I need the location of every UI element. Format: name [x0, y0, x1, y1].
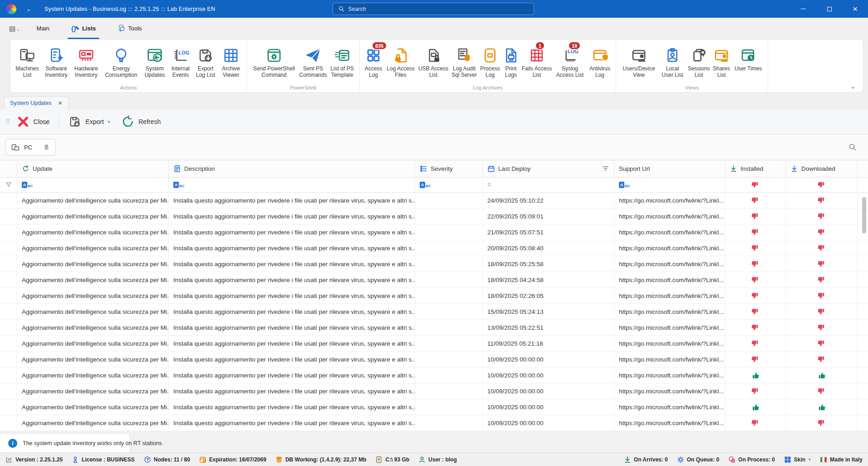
cell-support-url[interactable]: https://go.microsoft.com/fwlink/?LinkI..…: [614, 367, 725, 383]
thumb-down-filter-icon[interactable]: [818, 181, 825, 189]
filter-cell-update[interactable]: ABC: [17, 178, 169, 192]
cell-severity[interactable]: [415, 399, 483, 415]
ribbon-item-software-inventory[interactable]: Software Inventory: [41, 45, 71, 79]
cell-downloaded[interactable]: [786, 383, 858, 399]
refresh-button[interactable]: Refresh: [121, 115, 161, 129]
scrollbar-thumb[interactable]: [862, 197, 866, 233]
cell-last-deploy[interactable]: 15/09/2025 05:24:13: [483, 304, 614, 319]
export-button[interactable]: Export ˅: [68, 115, 110, 129]
cell-update[interactable]: Aggiornamento dell'intelligence sulla si…: [17, 367, 169, 383]
cell-downloaded[interactable]: [786, 288, 858, 303]
tab-lists[interactable]: {}✎ Lists: [66, 18, 101, 39]
table-row[interactable]: Aggiornamento dell'intelligence sulla si…: [0, 336, 868, 352]
table-row[interactable]: Aggiornamento dell'intelligence sulla si…: [0, 288, 868, 304]
filter-cell-installed[interactable]: [725, 178, 786, 192]
cell-last-deploy[interactable]: 18/09/2025 04:24:58: [483, 272, 614, 288]
cell-last-deploy[interactable]: 10/09/2025 00:00:00: [483, 367, 614, 383]
cell-last-deploy[interactable]: 11/09/2025 05:21:18: [483, 336, 614, 351]
ribbon-item-fails-access-list[interactable]: 1 Fails Access List: [520, 45, 553, 79]
filter-row-funnel-icon[interactable]: [0, 178, 17, 192]
table-row[interactable]: Aggiornamento dell'intelligence sulla si…: [0, 224, 868, 240]
ribbon-item-user-times[interactable]: User Times: [731, 45, 765, 73]
cell-downloaded[interactable]: [786, 367, 858, 383]
vertical-scrollbar[interactable]: [862, 161, 866, 430]
ribbon-item-send-powershell-command[interactable]: Send PowerShell Command: [250, 45, 299, 79]
cell-last-deploy[interactable]: 13/09/2025 05:22:51: [483, 320, 614, 335]
cell-update[interactable]: Aggiornamento dell'intelligence sulla si…: [17, 304, 169, 319]
ribbon-item-antivirus-log[interactable]: Antivirus Log: [587, 45, 613, 79]
ribbon-item-print-logs[interactable]: Print Logs: [501, 45, 520, 79]
ribbon-item-local-user-list[interactable]: Local User List: [659, 45, 686, 79]
grid-search-icon[interactable]: [849, 144, 856, 151]
cell-support-url[interactable]: https://go.microsoft.com/fwlink/?LinkI..…: [614, 288, 725, 303]
cell-severity[interactable]: [415, 240, 483, 256]
ribbon-collapse-chevron-icon[interactable]: ⌄: [850, 82, 856, 90]
tab-main[interactable]: Main: [31, 18, 55, 39]
cell-severity[interactable]: [415, 256, 483, 272]
cell-severity[interactable]: [415, 272, 483, 288]
cell-severity[interactable]: [415, 224, 483, 240]
cell-description[interactable]: Installa questo aggiornamento per rivede…: [169, 367, 415, 383]
ribbon-item-log-access-files[interactable]: Log Access Files: [384, 45, 417, 79]
cell-support-url[interactable]: https://go.microsoft.com/fwlink/?LinkI..…: [614, 352, 725, 367]
cell-downloaded[interactable]: [786, 304, 858, 319]
ribbon-item-machines-list[interactable]: Machines List: [13, 45, 41, 79]
cell-support-url[interactable]: https://go.microsoft.com/fwlink/?LinkI..…: [614, 320, 725, 335]
table-row[interactable]: Aggiornamento dell'intelligence sulla si…: [0, 240, 868, 256]
cell-update[interactable]: Aggiornamento dell'intelligence sulla si…: [17, 336, 169, 351]
cell-update[interactable]: Aggiornamento dell'intelligence sulla si…: [17, 240, 169, 256]
cell-downloaded[interactable]: [786, 352, 858, 367]
cell-last-deploy[interactable]: 24/09/2025 05:10:22: [483, 193, 614, 208]
cell-last-deploy[interactable]: 22/09/2025 05:09:01: [483, 208, 614, 224]
text-filter-abc-icon[interactable]: ABC: [420, 182, 431, 188]
cell-update[interactable]: Aggiornamento dell'intelligence sulla si…: [17, 256, 169, 272]
column-header-severity[interactable]: Severity: [415, 160, 483, 177]
cell-severity[interactable]: [415, 304, 483, 319]
cell-downloaded[interactable]: [786, 193, 858, 208]
cell-last-deploy[interactable]: 18/09/2025 05:25:58: [483, 256, 614, 272]
table-row[interactable]: Aggiornamento dell'intelligence sulla si…: [0, 383, 868, 399]
cell-description[interactable]: Installa questo aggiornamento per rivede…: [169, 288, 415, 303]
status-on-arrives-0[interactable]: On Arrives: 0: [624, 456, 668, 463]
cell-last-deploy[interactable]: 10/09/2025 00:00:00: [483, 383, 614, 399]
table-row[interactable]: Aggiornamento dell'intelligence sulla si…: [0, 352, 868, 367]
cell-downloaded[interactable]: [786, 208, 858, 224]
cell-description[interactable]: Installa questo aggiornamento per rivede…: [169, 256, 415, 272]
thumb-down-filter-icon[interactable]: [751, 181, 759, 189]
cell-last-deploy[interactable]: 10/09/2025 00:00:00: [483, 399, 614, 415]
cell-severity[interactable]: [415, 336, 483, 351]
cell-installed[interactable]: [725, 208, 786, 224]
cell-installed[interactable]: [725, 383, 786, 399]
cell-description[interactable]: Installa questo aggiornamento per rivede…: [169, 383, 415, 399]
status-on-process-0[interactable]: On Process: 0: [728, 456, 775, 463]
ribbon-item-syslog-access-list[interactable]: 19 LOG Syslog Access List: [553, 45, 587, 79]
cell-support-url[interactable]: https://go.microsoft.com/fwlink/?LinkI..…: [614, 272, 725, 288]
quick-access-caret-icon[interactable]: ⌄: [26, 6, 31, 12]
column-header-update[interactable]: Update: [17, 160, 169, 177]
filter-cell-severity[interactable]: ABC: [415, 178, 483, 192]
cell-update[interactable]: Aggiornamento dell'intelligence sulla si…: [17, 320, 169, 335]
filter-cell-last-deploy[interactable]: =: [483, 178, 614, 192]
ribbon-item-hardware-inventory[interactable]: Hardware Inventory: [71, 45, 101, 79]
pin-icon[interactable]: [43, 144, 50, 151]
cell-support-url[interactable]: https://go.microsoft.com/fwlink/?LinkI..…: [614, 240, 725, 256]
search-input[interactable]: Search: [333, 3, 534, 15]
cell-description[interactable]: Installa questo aggiornamento per rivede…: [169, 224, 415, 240]
status-on-queue-0[interactable]: On Queue: 0: [677, 456, 719, 463]
table-row[interactable]: Aggiornamento dell'intelligence sulla si…: [0, 367, 868, 383]
main-menu-button[interactable]: ▤⌄: [9, 18, 20, 39]
cell-installed[interactable]: [725, 415, 786, 431]
cell-support-url[interactable]: https://go.microsoft.com/fwlink/?LinkI..…: [614, 336, 725, 351]
cell-installed[interactable]: [725, 399, 786, 415]
cell-update[interactable]: Aggiornamento dell'intelligence sulla si…: [17, 399, 169, 415]
cell-severity[interactable]: [415, 320, 483, 335]
ribbon-item-log-audit-sql-server[interactable]: Log Audit Sql Server: [450, 45, 479, 79]
ribbon-item-usb-access-list[interactable]: USB Access List: [417, 45, 450, 79]
cell-description[interactable]: Installa questo aggiornamento per rivede…: [169, 193, 415, 208]
pc-filter-chip[interactable]: PC: [5, 139, 56, 155]
close-button[interactable]: Close: [16, 115, 50, 129]
cell-support-url[interactable]: https://go.microsoft.com/fwlink/?LinkI..…: [614, 256, 725, 272]
table-row[interactable]: Aggiornamento dell'intelligence sulla si…: [0, 304, 868, 320]
cell-update[interactable]: Aggiornamento dell'intelligence sulla si…: [17, 272, 169, 288]
table-row[interactable]: Aggiornamento dell'intelligence sulla si…: [0, 415, 868, 431]
